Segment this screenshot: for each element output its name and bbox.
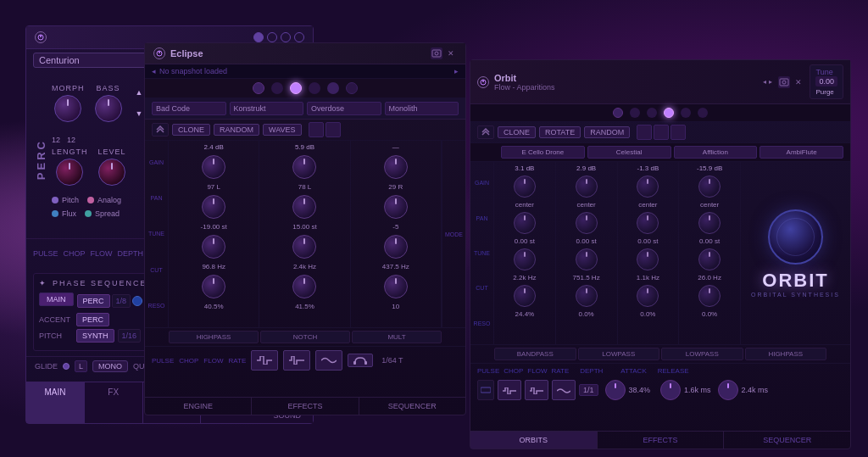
- eclipse-ch2-pan[interactable]: [292, 195, 316, 219]
- seq-div-btn[interactable]: 1/8: [112, 294, 131, 308]
- orbit-ch4-gain[interactable]: [698, 176, 721, 198]
- inst-selector-2[interactable]: Konstrukt: [230, 102, 304, 115]
- power-button[interactable]: [35, 31, 47, 43]
- orbit-clone-btn[interactable]: CLONE: [498, 126, 536, 138]
- tab-main[interactable]: MAIN: [26, 382, 85, 423]
- orbit-icon-2[interactable]: [654, 125, 669, 140]
- eclipse-ch3-pan[interactable]: [384, 195, 408, 219]
- random-btn[interactable]: RANDOM: [214, 124, 259, 136]
- pitch-indicator: Pitch: [52, 196, 79, 204]
- eclipse-ch1-tune[interactable]: [202, 235, 225, 259]
- orbit-release-knob[interactable]: [718, 380, 738, 400]
- level-knob[interactable]: [98, 159, 125, 186]
- orbit-ch2-tune-knob[interactable]: [576, 248, 598, 270]
- eclipse-ch1-gain[interactable]: [202, 155, 225, 179]
- eclipse-ch2-gain[interactable]: [292, 155, 316, 179]
- orbit-inst-4[interactable]: AmbiFlute: [760, 146, 843, 159]
- orbit-ch1-gain[interactable]: [514, 176, 536, 198]
- orbit-filter-2[interactable]: LOWPASS: [578, 348, 660, 360]
- inst-selector-1[interactable]: Bad Code: [152, 102, 226, 115]
- orbit-wave-1[interactable]: [498, 380, 521, 400]
- waves-btn[interactable]: WAVES: [263, 124, 302, 136]
- perc-seq-btn[interactable]: PERC: [77, 294, 110, 308]
- eclipse-icon-1[interactable]: [309, 122, 324, 137]
- purge-btn[interactable]: Purge: [815, 88, 837, 96]
- orbit-rate-val[interactable]: 1/1: [579, 384, 598, 396]
- orbit-ch4-tune-knob[interactable]: [698, 248, 721, 270]
- orbit-rotate-btn[interactable]: ROTATE: [539, 126, 581, 138]
- length-knob[interactable]: [56, 159, 83, 186]
- orbit-ch4-pan-knob[interactable]: [698, 212, 721, 234]
- orbit-arrow-btn[interactable]: [477, 125, 494, 139]
- orbit-arrow-l[interactable]: ◂: [763, 78, 766, 86]
- glide-dot[interactable]: [63, 363, 70, 370]
- eclipse-filter-1[interactable]: HIGHPASS: [169, 331, 259, 343]
- eclipse-ch3-tune[interactable]: [384, 235, 408, 259]
- eclipse-icon-2[interactable]: [326, 122, 341, 137]
- orbit-x-btn[interactable]: ✕: [793, 78, 804, 86]
- mono-btn[interactable]: MONO: [92, 360, 128, 372]
- orbit-depth-knob[interactable]: [605, 380, 626, 400]
- orbit-wave-3[interactable]: [552, 380, 576, 400]
- morph-knob[interactable]: [54, 95, 81, 122]
- bass-knob[interactable]: [95, 95, 122, 122]
- eclipse-power-btn[interactable]: [153, 47, 165, 59]
- orbit-ch3-gain[interactable]: [637, 176, 659, 198]
- orbit-ch3-tune-knob[interactable]: [637, 248, 659, 270]
- eclipse-tab-engine[interactable]: ENGINE: [145, 398, 252, 415]
- orbit-ch2-cut-knob[interactable]: [576, 285, 598, 307]
- orbit-ch2-gain[interactable]: [576, 176, 598, 198]
- eclipse-ch3-gain[interactable]: [384, 155, 408, 179]
- orbit-ch1-pan-knob[interactable]: [514, 212, 536, 234]
- clone-btn[interactable]: CLONE: [172, 124, 210, 136]
- orbit-tab-orbits[interactable]: ORBITS: [470, 432, 598, 449]
- orbit-inst-1[interactable]: E Cello Drone: [501, 146, 585, 159]
- eclipse-x-btn[interactable]: ✕: [445, 49, 457, 58]
- orbit-ch1-cut-knob[interactable]: [514, 285, 536, 307]
- orbit-tab-seq[interactable]: SEQUENCER: [724, 432, 850, 449]
- eclipse-tab-seq[interactable]: SEQUENCER: [359, 398, 465, 415]
- eclipse-camera-btn[interactable]: [431, 47, 442, 59]
- eclipse-tab-effects[interactable]: EFFECTS: [252, 398, 359, 415]
- orbit-inst-2[interactable]: Celestial: [587, 146, 671, 159]
- orbit-attack-knob[interactable]: [660, 380, 681, 400]
- orbit-filter-1[interactable]: BANDPASS: [494, 348, 576, 360]
- inst-selector-3[interactable]: Overdose: [307, 102, 381, 115]
- orbit-ch3-pan-knob[interactable]: [637, 212, 659, 234]
- pitch-div-btn[interactable]: 1/16: [118, 329, 142, 343]
- orbit-ch1-tune-knob[interactable]: [514, 248, 536, 270]
- eclipse-wave-3[interactable]: [315, 350, 342, 371]
- orbit-ch3-cut-knob[interactable]: [637, 285, 659, 307]
- eclipse-arrow-btn[interactable]: [152, 123, 169, 137]
- orbit-random-btn[interactable]: RANDOM: [584, 126, 630, 138]
- orbit-inst-3[interactable]: Affliction: [674, 146, 758, 159]
- orbit-icon-3[interactable]: [670, 125, 686, 140]
- orbit-arrow-r[interactable]: ▸: [769, 78, 772, 86]
- orbit-tab-effects[interactable]: EFFECTS: [598, 432, 725, 449]
- eclipse-ch1-pan[interactable]: [202, 195, 225, 219]
- eclipse-wave-2[interactable]: [283, 350, 310, 371]
- perc-accent-btn[interactable]: PERC: [76, 313, 109, 326]
- seq-step-bass-1[interactable]: [132, 296, 142, 306]
- orbit-icon-1[interactable]: [637, 125, 652, 140]
- eclipse-wave-1[interactable]: [251, 350, 278, 371]
- eclipse-headphone-btn[interactable]: [348, 354, 373, 367]
- tab-fx[interactable]: FX: [85, 382, 143, 423]
- synth-pitch-btn[interactable]: SYNTH: [76, 329, 114, 343]
- eclipse-filter-2[interactable]: NOTCH: [260, 331, 350, 343]
- orbit-filter-4[interactable]: HIGHPASS: [745, 348, 827, 360]
- orbit-ch2-pan-knob[interactable]: [576, 212, 598, 234]
- eclipse-filter-3[interactable]: MULT: [352, 331, 442, 343]
- eclipse-ch2-cut[interactable]: [292, 275, 316, 298]
- inst-selector-4[interactable]: Monolith: [385, 102, 459, 115]
- eclipse-ch2-tune[interactable]: [292, 235, 316, 259]
- eclipse-ch1-cut[interactable]: [202, 275, 225, 298]
- orbit-filter-3[interactable]: LOWPASS: [661, 348, 743, 360]
- orbit-ch4-cut-knob[interactable]: [698, 285, 721, 307]
- orbit-power-btn[interactable]: [477, 76, 489, 88]
- eclipse-ch3-cut[interactable]: [384, 275, 408, 298]
- orbit-camera-btn[interactable]: [778, 76, 790, 88]
- seq-tab-main[interactable]: MAIN: [39, 293, 74, 306]
- orbit-mode-btn[interactable]: [477, 380, 494, 400]
- orbit-wave-2[interactable]: [525, 380, 548, 400]
